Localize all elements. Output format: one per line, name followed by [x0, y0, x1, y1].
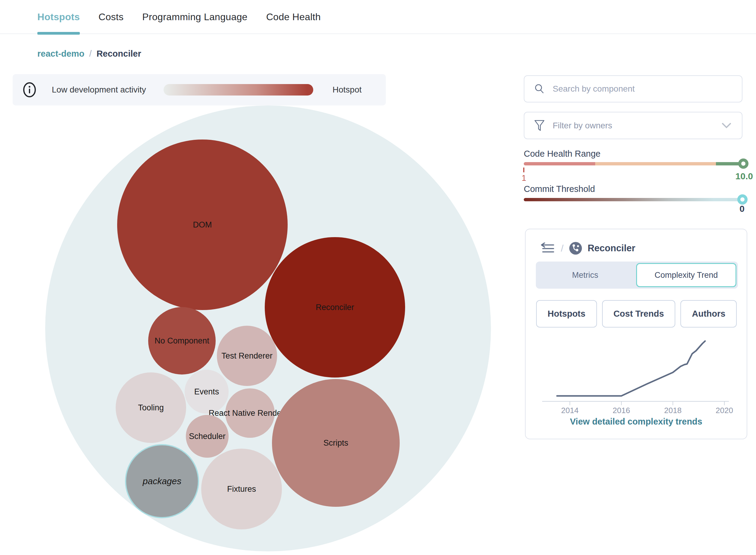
bubble-scheduler[interactable]: Scheduler — [186, 415, 229, 458]
search-input[interactable] — [553, 84, 742, 94]
x-tick-2016: 2016 — [613, 406, 630, 415]
owners-filter-label: Filter by owners — [553, 121, 714, 130]
filter-funnel-icon — [534, 120, 545, 132]
breadcrumb-separator: / — [89, 49, 92, 59]
bubble-test-renderer[interactable]: Test Renderer — [217, 326, 277, 386]
info-icon[interactable] — [23, 82, 36, 98]
hotspots-bubble-chart: DOMReconcilerNo ComponentTest RendererEv… — [45, 105, 491, 551]
commit-threshold-label: Commit Threshold — [524, 184, 595, 194]
detail-tab-complexity-trend[interactable]: Complexity Trend — [636, 263, 737, 287]
detail-breadcrumb-separator: / — [561, 243, 564, 254]
bubble-fixtures[interactable]: Fixtures — [201, 449, 282, 529]
bubble-events[interactable]: Events — [185, 370, 229, 414]
tab-hotspots[interactable]: Hotspots — [37, 0, 80, 34]
detail-card-header: / Reconciler — [540, 242, 635, 255]
search-icon — [534, 83, 545, 94]
legend-low-label: Low development activity — [52, 85, 146, 95]
x-tick-2014: 2014 — [561, 406, 579, 415]
cost-trends-button[interactable]: Cost Trends — [602, 300, 676, 328]
detail-action-buttons: HotspotsCost TrendsAuthors — [536, 300, 737, 328]
breadcrumb-project-link[interactable]: react-demo — [37, 49, 84, 59]
back-arrow-list-icon[interactable] — [540, 243, 555, 254]
code-health-range-max-handle[interactable] — [738, 159, 749, 169]
bubble-dom[interactable]: DOM — [117, 139, 287, 310]
bubble-scripts[interactable]: Scripts — [272, 379, 400, 507]
code-health-range-label: Code Health Range — [524, 149, 601, 159]
x-tick-2018: 2018 — [664, 406, 681, 415]
bubble-no-component[interactable]: No Component — [148, 307, 216, 375]
code-health-range-min-handle[interactable] — [523, 168, 524, 172]
hotspots-page: HotspotsCostsProgramming LanguageCode He… — [0, 0, 756, 555]
detail-tab-metrics[interactable]: Metrics — [536, 261, 635, 289]
code-health-min-value: 1 — [522, 174, 526, 183]
commit-threshold-handle[interactable] — [737, 194, 748, 205]
bubble-react-native-renderer[interactable]: React Native Renderer — [225, 388, 275, 438]
authors-button[interactable]: Authors — [680, 300, 737, 328]
x-tick-2020: 2020 — [716, 406, 733, 415]
detail-tab-switch: MetricsComplexity Trend — [536, 261, 738, 289]
bubble-tooling[interactable]: Tooling — [116, 373, 186, 443]
legend-high-label: Hotspot — [332, 85, 362, 95]
git-branch-icon — [569, 242, 582, 255]
activity-legend: Low development activity Hotspot — [13, 74, 386, 105]
code-health-range-track[interactable] — [524, 162, 747, 165]
complexity-trend-chart: 2014201620182020 — [535, 329, 740, 416]
commit-threshold-track[interactable] — [524, 198, 747, 201]
breadcrumb: react-demo / Reconciler — [37, 49, 141, 59]
commit-threshold-value: 0 — [723, 204, 745, 214]
bubble-reconciler[interactable]: Reconciler — [265, 237, 405, 378]
detail-card-title: Reconciler — [588, 243, 635, 254]
owners-filter-dropdown[interactable]: Filter by owners — [524, 112, 743, 139]
code-health-max-value: 10.0 — [723, 171, 753, 181]
tab-code-health[interactable]: Code Health — [266, 0, 321, 34]
component-detail-card: / Reconciler MetricsComplexity Trend Hot… — [525, 229, 747, 439]
bubble-packages[interactable]: packages — [125, 444, 199, 518]
component-search-box — [524, 75, 743, 102]
tab-programming-language[interactable]: Programming Language — [142, 0, 247, 34]
tab-costs[interactable]: Costs — [98, 0, 124, 34]
chevron-down-icon — [721, 122, 731, 129]
hotspots-button[interactable]: Hotspots — [536, 300, 597, 328]
top-nav: HotspotsCostsProgramming LanguageCode He… — [0, 0, 756, 34]
breadcrumb-current: Reconciler — [96, 49, 141, 59]
legend-gradient-bar — [164, 84, 313, 95]
view-complexity-trends-link[interactable]: View detailed complexity trends — [526, 417, 747, 427]
nav-tabs: HotspotsCostsProgramming LanguageCode He… — [37, 0, 321, 34]
